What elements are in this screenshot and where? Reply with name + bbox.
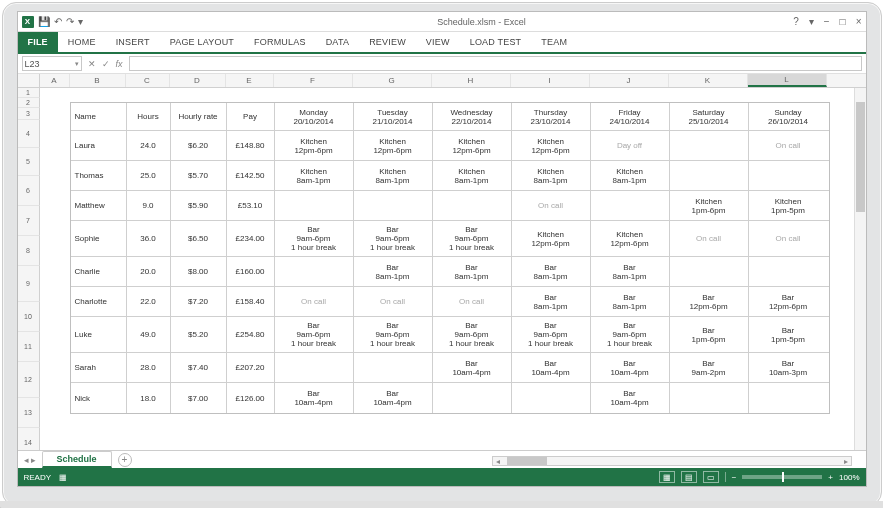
column-header-l[interactable]: L (748, 74, 827, 87)
row-header[interactable]: 8 (18, 236, 40, 266)
cell-shift[interactable]: Bar9am-6pm1 hour break (433, 221, 512, 256)
tab-insert[interactable]: INSERT (106, 32, 160, 52)
cell-shift[interactable]: Bar8am-1pm (591, 257, 670, 286)
row-header[interactable]: 14 (18, 428, 40, 450)
row-header[interactable]: 4 (18, 120, 40, 148)
cell-shift[interactable]: On call (275, 287, 354, 316)
header-day[interactable]: Saturday25/10/2014 (670, 103, 749, 130)
header-day[interactable]: Wednesday22/10/2014 (433, 103, 512, 130)
column-header-c[interactable]: C (126, 74, 170, 87)
tab-view[interactable]: VIEW (416, 32, 460, 52)
row-header[interactable]: 5 (18, 148, 40, 176)
cell-shift[interactable]: Bar10am-4pm (354, 383, 433, 413)
tab-load-test[interactable]: LOAD TEST (460, 32, 532, 52)
cell-shift[interactable]: Bar10am-4pm (591, 353, 670, 382)
qat-undo-icon[interactable]: ↶ (54, 16, 62, 27)
column-header-g[interactable]: G (353, 74, 432, 87)
cell-shift[interactable] (433, 383, 512, 413)
cell-shift[interactable]: On call (433, 287, 512, 316)
column-header-k[interactable]: K (669, 74, 748, 87)
cell-hours[interactable]: 36.0 (127, 221, 171, 256)
cell-hourly-rate[interactable]: $8.00 (171, 257, 227, 286)
cell-hourly-rate[interactable]: $7.00 (171, 383, 227, 413)
cell-pay[interactable]: £234.00 (227, 221, 275, 256)
header-hours[interactable]: Hours (127, 103, 171, 130)
cell-pay[interactable]: £126.00 (227, 383, 275, 413)
tab-page-layout[interactable]: PAGE LAYOUT (160, 32, 244, 52)
header-day[interactable]: Tuesday21/10/2014 (354, 103, 433, 130)
cell-pay[interactable]: £158.40 (227, 287, 275, 316)
cell-pay[interactable]: £254.80 (227, 317, 275, 352)
cell-shift[interactable]: Bar10am-4pm (512, 353, 591, 382)
header-hourly-rate[interactable]: Hourly rate (171, 103, 227, 130)
cell-shift[interactable]: Kitchen8am-1pm (512, 161, 591, 190)
formula-bar[interactable] (129, 56, 862, 71)
cell-shift[interactable] (354, 353, 433, 382)
cell-shift[interactable]: Bar1pm-6pm (670, 317, 749, 352)
row-header[interactable]: 11 (18, 332, 40, 362)
cell-shift[interactable]: On call (749, 221, 828, 256)
cell-shift[interactable] (433, 191, 512, 220)
macro-recorder-icon[interactable]: ▦ (59, 473, 67, 482)
cell-shift[interactable]: Bar8am-1pm (433, 257, 512, 286)
cell-shift[interactable]: Bar12pm-6pm (670, 287, 749, 316)
cell-pay[interactable]: £142.50 (227, 161, 275, 190)
cell-shift[interactable]: Bar10am-4pm (275, 383, 354, 413)
cell-shift[interactable]: Day off (591, 131, 670, 160)
cell-hours[interactable]: 25.0 (127, 161, 171, 190)
help-icon[interactable]: ? (793, 16, 799, 27)
minimize-button[interactable]: − (824, 16, 830, 27)
cell-shift[interactable] (275, 191, 354, 220)
header-day[interactable]: Friday24/10/2014 (591, 103, 670, 130)
cell-shift[interactable] (670, 131, 749, 160)
cell-shift[interactable]: Kitchen12pm-6pm (591, 221, 670, 256)
cell-pay[interactable]: £160.00 (227, 257, 275, 286)
cell-name[interactable]: Nick (71, 383, 127, 413)
cell-hourly-rate[interactable]: $5.20 (171, 317, 227, 352)
row-header[interactable]: 9 (18, 266, 40, 302)
column-header-e[interactable]: E (226, 74, 274, 87)
cell-shift[interactable]: On call (670, 221, 749, 256)
cell-shift[interactable] (512, 383, 591, 413)
select-all-corner[interactable] (18, 74, 40, 87)
cell-hourly-rate[interactable]: $7.40 (171, 353, 227, 382)
row-header[interactable]: 10 (18, 302, 40, 332)
cell-shift[interactable] (749, 257, 828, 286)
cell-hours[interactable]: 20.0 (127, 257, 171, 286)
column-header-f[interactable]: F (274, 74, 353, 87)
grid-body[interactable]: 1234567891011121314 NameHoursHourly rate… (18, 88, 866, 450)
cell-hours[interactable]: 28.0 (127, 353, 171, 382)
cell-name[interactable]: Sarah (71, 353, 127, 382)
row-header[interactable]: 13 (18, 398, 40, 428)
cell-hourly-rate[interactable]: $7.20 (171, 287, 227, 316)
column-header-h[interactable]: H (432, 74, 511, 87)
cell-shift[interactable]: On call (749, 131, 828, 160)
cell-shift[interactable]: Bar9am-6pm1 hour break (354, 221, 433, 256)
cell-shift[interactable]: Bar9am-6pm1 hour break (275, 317, 354, 352)
fx-enter-icon[interactable]: ✓ (102, 59, 110, 69)
view-normal-icon[interactable]: ▦ (659, 471, 675, 483)
cell-shift[interactable]: Bar12pm-6pm (749, 287, 828, 316)
header-day[interactable]: Monday20/10/2014 (275, 103, 354, 130)
cell-hours[interactable]: 24.0 (127, 131, 171, 160)
cell-hourly-rate[interactable]: $6.50 (171, 221, 227, 256)
cell-pay[interactable]: £207.20 (227, 353, 275, 382)
hscroll-left-icon[interactable]: ◂ (493, 457, 503, 466)
cell-shift[interactable]: Kitchen12pm-6pm (354, 131, 433, 160)
column-header-b[interactable]: B (70, 74, 126, 87)
fx-icon[interactable]: fx (116, 59, 123, 69)
cell-hours[interactable]: 9.0 (127, 191, 171, 220)
zoom-out-button[interactable]: − (732, 473, 737, 482)
cell-name[interactable]: Matthew (71, 191, 127, 220)
name-box-dropdown-icon[interactable]: ▾ (75, 60, 79, 68)
horizontal-scrollbar[interactable]: ◂ ▸ (492, 456, 852, 466)
cell-shift[interactable]: Bar10am-4pm (591, 383, 670, 413)
cell-shift[interactable]: Bar1pm-5pm (749, 317, 828, 352)
qat-save-icon[interactable]: 💾 (38, 16, 50, 27)
cell-shift[interactable]: Bar8am-1pm (354, 257, 433, 286)
cell-shift[interactable]: On call (512, 191, 591, 220)
cell-shift[interactable]: Bar9am-6pm1 hour break (591, 317, 670, 352)
row-header[interactable]: 7 (18, 206, 40, 236)
column-header-d[interactable]: D (170, 74, 226, 87)
cell-shift[interactable]: Bar8am-1pm (512, 287, 591, 316)
